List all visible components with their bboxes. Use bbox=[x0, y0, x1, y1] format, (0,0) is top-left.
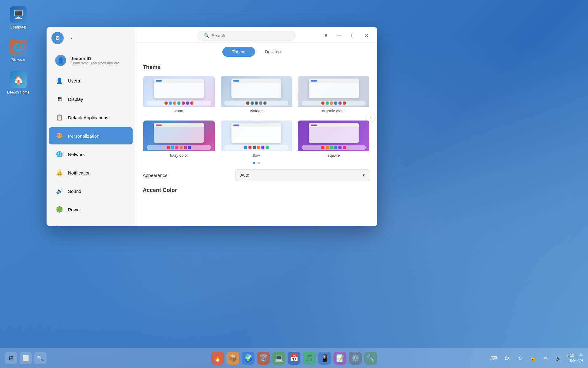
taskbar-search[interactable]: 🔍 bbox=[34, 352, 47, 364]
theme-label-vintage: vintage bbox=[221, 107, 292, 114]
theme-card-bloom[interactable]: bloom bbox=[143, 75, 215, 115]
dock-icon-o2 bbox=[326, 102, 329, 105]
taskbar-trash[interactable]: 🗑️ bbox=[257, 352, 270, 365]
computer-label: Computer bbox=[10, 25, 27, 29]
theme-preview-flow bbox=[221, 121, 292, 151]
theme-card-hazy-color[interactable]: hazy color bbox=[143, 120, 215, 159]
sidebar-item-sound[interactable]: 🔊 Sound bbox=[49, 182, 133, 200]
taskbar-extras[interactable]: 🔧 bbox=[364, 352, 377, 365]
dock-icon-3 bbox=[173, 102, 176, 105]
mini-dock-bloom bbox=[147, 101, 211, 105]
next-arrow[interactable]: › bbox=[366, 113, 375, 122]
minimize-button[interactable]: ─ bbox=[334, 31, 344, 40]
theme-card-vintage[interactable]: vintage bbox=[220, 75, 293, 115]
sidebar-item-mouse[interactable]: 🖱 Mouse bbox=[49, 219, 133, 226]
dock-icon-1 bbox=[164, 102, 168, 105]
dot-1[interactable] bbox=[253, 162, 255, 164]
window-controls: ≡ ─ □ ✕ bbox=[321, 31, 371, 40]
sidebar-item-personalization[interactable]: 🎨 Personalization bbox=[49, 127, 133, 144]
taskbar-notes[interactable]: 📝 bbox=[334, 352, 346, 365]
taskbar-phone[interactable]: 📱 bbox=[318, 352, 331, 365]
display-icon: 🖥 bbox=[55, 95, 64, 103]
sidebar-item-display[interactable]: 🖥 Display bbox=[49, 90, 133, 108]
menu-button[interactable]: ≡ bbox=[321, 31, 331, 40]
browser-label: Browser bbox=[12, 58, 25, 62]
taskbar-power-btn[interactable]: ⏻ bbox=[502, 353, 512, 363]
mini-window-organic bbox=[309, 79, 359, 98]
sidebar-item-users[interactable]: 👤 Users bbox=[49, 72, 133, 89]
taskbar-app-store[interactable]: 📦 bbox=[226, 352, 239, 365]
taskbar-center: 🔥 📦 🌍 🗑️ 💻 📅 🎵 📱 📝 ⚙️ 🔧 bbox=[211, 352, 377, 365]
maximize-button[interactable]: □ bbox=[348, 31, 358, 40]
taskbar-calendar[interactable]: 📅 bbox=[288, 352, 300, 365]
taskbar-multitask[interactable]: ⬜ bbox=[20, 352, 32, 364]
notification-label: Notification bbox=[68, 170, 91, 175]
dock-icon-2 bbox=[169, 102, 172, 105]
dock-icon-5 bbox=[182, 102, 185, 105]
taskbar-terminal[interactable]: 💻 bbox=[272, 352, 285, 365]
taskbar: ⊞ ⬜ 🔍 🔥 📦 🌍 🗑️ 💻 📅 🎵 📱 📝 ⚙️ 🔧 ⌨ ⏻ ↻ 🔒 ✏ … bbox=[0, 348, 588, 368]
theme-card-flow[interactable]: flow bbox=[220, 120, 293, 159]
taskbar-refresh[interactable]: ↻ bbox=[515, 353, 525, 363]
theme-label-hazy-color: hazy color bbox=[143, 151, 215, 159]
dock-icon-f2 bbox=[248, 146, 251, 149]
deepin-id-icon: 👤 bbox=[55, 55, 66, 66]
theme-preview-vintage bbox=[221, 76, 292, 107]
desktop-icon-browser[interactable]: 🌐 Browser bbox=[6, 39, 31, 62]
theme-card-organic-glass[interactable]: organic glass bbox=[297, 75, 370, 115]
taskbar-launcher[interactable]: ⊞ bbox=[5, 352, 17, 364]
theme-label-bloom: bloom bbox=[143, 107, 215, 114]
sidebar-item-network[interactable]: 🌐 Network bbox=[49, 146, 133, 163]
theme-label-flow: flow bbox=[221, 151, 292, 159]
sidebar-item-power[interactable]: 🟢 Power bbox=[49, 201, 133, 218]
taskbar-keyboard[interactable]: ⌨ bbox=[489, 353, 499, 363]
appearance-row: Appearance Auto ▾ bbox=[143, 169, 370, 181]
back-button[interactable]: ‹ bbox=[67, 34, 76, 42]
power-label: Power bbox=[68, 207, 81, 212]
mini-dock-square bbox=[302, 145, 366, 150]
dock-icon-v1 bbox=[246, 102, 249, 105]
dot-2[interactable] bbox=[258, 162, 260, 164]
deepin-home-icon: 🏠 bbox=[10, 71, 27, 88]
theme-grid-wrapper: bloom bbox=[143, 75, 370, 159]
search-bar[interactable]: 🔍 bbox=[198, 31, 296, 40]
dock-icon-o5 bbox=[339, 102, 342, 105]
theme-grid: bloom bbox=[143, 75, 370, 159]
taskbar-volume[interactable]: 🔊 bbox=[553, 353, 563, 363]
dock-icon-v4 bbox=[259, 102, 262, 105]
dropdown-icon: ▾ bbox=[363, 173, 365, 178]
sidebar-item-notification[interactable]: 🔔 Notification bbox=[49, 164, 133, 181]
theme-card-square[interactable]: square bbox=[297, 120, 370, 159]
mini-window-flow bbox=[232, 123, 281, 143]
dock-icon-f3 bbox=[253, 146, 256, 149]
mini-titlebar-bloom bbox=[154, 79, 204, 83]
dock-icon-h3 bbox=[175, 146, 178, 149]
sidebar-item-default-applications[interactable]: 📋 Default Applications bbox=[49, 109, 133, 126]
dock-icon-f1 bbox=[244, 146, 247, 149]
search-icon: 🔍 bbox=[204, 33, 209, 38]
sound-label: Sound bbox=[68, 189, 81, 194]
mouse-icon: 🖱 bbox=[55, 224, 64, 226]
display-label: Display bbox=[68, 97, 83, 102]
taskbar-music[interactable]: 🎵 bbox=[303, 352, 316, 365]
search-input[interactable] bbox=[212, 33, 289, 38]
close-button[interactable]: ✕ bbox=[361, 31, 371, 40]
mini-titlebar-square bbox=[309, 123, 359, 127]
tab-theme[interactable]: Theme bbox=[222, 47, 255, 57]
appearance-select[interactable]: Auto ▾ bbox=[235, 169, 370, 181]
settings-logo: ⚙ bbox=[51, 32, 64, 44]
window-header: 🔍 ≡ ─ □ ✕ bbox=[135, 27, 377, 43]
date-display: 8/30/24 bbox=[566, 358, 583, 363]
tab-desktop[interactable]: Desktop bbox=[255, 47, 290, 57]
desktop-icon-deepin-home[interactable]: 🏠 Deepin Home bbox=[6, 71, 31, 94]
taskbar-settings[interactable]: ⚙️ bbox=[349, 352, 362, 365]
default-applications-label: Default Applications bbox=[68, 115, 108, 120]
taskbar-pen[interactable]: ✏ bbox=[541, 353, 550, 363]
taskbar-app-launcher2[interactable]: 🔥 bbox=[211, 352, 224, 365]
mini-dock-flow bbox=[224, 145, 288, 150]
desktop-icon-computer[interactable]: 🖥️ Computer bbox=[6, 6, 31, 29]
dock-icon-f6 bbox=[266, 146, 269, 149]
deepin-id-section[interactable]: 👤 deepin ID Cloud sync, app store and et… bbox=[49, 51, 133, 70]
taskbar-browser[interactable]: 🌍 bbox=[242, 352, 254, 365]
taskbar-lock[interactable]: 🔒 bbox=[528, 353, 537, 363]
